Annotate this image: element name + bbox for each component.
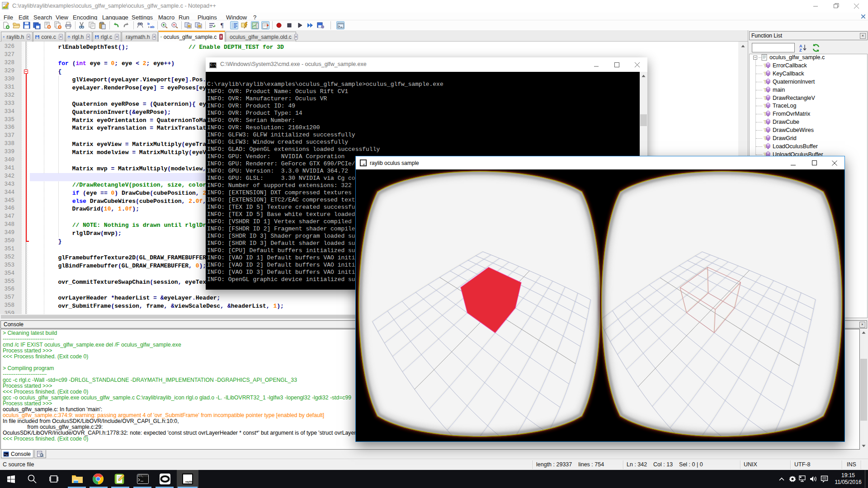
svg-text:¶: ¶ bbox=[221, 22, 224, 29]
svg-text:C:\: C:\ bbox=[210, 63, 216, 67]
svg-text:C:\_: C:\_ bbox=[138, 475, 143, 477]
svg-text:ab: ab bbox=[150, 25, 154, 29]
svg-text:raylib: raylib bbox=[185, 480, 193, 483]
svg-text:b: b bbox=[147, 22, 150, 26]
svg-text:Z: Z bbox=[799, 48, 802, 52]
